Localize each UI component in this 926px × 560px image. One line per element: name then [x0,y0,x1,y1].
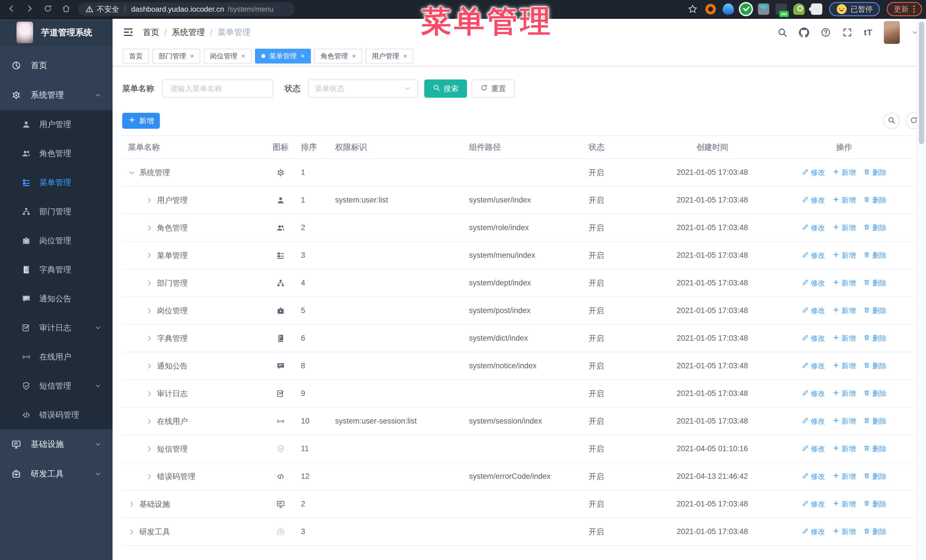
user-avatar[interactable] [884,21,900,44]
delete-link[interactable]: 删除 [863,195,887,205]
edit-link[interactable]: 修改 [802,195,825,205]
tab-部门管理[interactable]: 部门管理× [153,49,200,63]
extension-ext-key-icon[interactable] [793,3,805,15]
sidebar-item-审计日志[interactable]: 审计日志 [0,313,112,343]
delete-link[interactable]: 删除 [863,444,887,453]
menu-name-input[interactable] [162,80,273,98]
delete-link[interactable]: 删除 [863,417,887,426]
forward-icon[interactable] [23,3,36,15]
breadcrumb-item[interactable]: 首页 [143,27,159,38]
add-link[interactable]: 新增 [832,472,856,481]
sidebar-collapse-icon[interactable] [123,27,134,38]
expand-row-icon[interactable] [145,335,153,342]
extension-ext-check-icon[interactable] [740,3,752,15]
sidebar-item-基础设施[interactable]: 基础设施 [0,430,112,459]
home-icon[interactable] [60,3,73,15]
expand-row-icon[interactable] [145,279,153,287]
add-link[interactable]: 新增 [832,499,856,509]
app-logo-row[interactable]: 芋道管理系统 [0,19,112,46]
expand-row-icon[interactable] [128,500,135,508]
sidebar-item-部门管理[interactable]: 部门管理 [0,197,112,226]
close-icon[interactable]: × [301,53,304,60]
sidebar-item-错误码管理[interactable]: 错误码管理 [0,400,112,430]
expand-row-icon[interactable] [145,390,153,397]
expand-row-icon[interactable] [145,252,153,259]
breadcrumb-item[interactable]: 系统管理 [172,27,205,38]
edit-link[interactable]: 修改 [802,334,825,343]
sidebar-item-岗位管理[interactable]: 岗位管理 [0,226,112,255]
add-link[interactable]: 新增 [832,195,856,205]
delete-link[interactable]: 删除 [863,251,887,260]
sidebar-item-通知公告[interactable]: 通知公告 [0,284,112,313]
add-link[interactable]: 新增 [832,417,856,426]
edit-link[interactable]: 修改 [802,361,825,371]
delete-link[interactable]: 删除 [863,389,887,398]
tab-菜单管理[interactable]: 菜单管理× [255,49,311,63]
add-link[interactable]: 新增 [832,223,856,232]
edit-link[interactable]: 修改 [802,417,825,426]
browser-update-button[interactable]: 更新 [887,2,922,16]
expand-row-icon[interactable] [145,307,153,314]
help-icon[interactable] [820,27,831,38]
delete-link[interactable]: 删除 [863,499,887,509]
github-icon[interactable] [799,27,809,38]
profile-paused-badge[interactable]: 已暂停 [829,2,880,16]
expand-row-icon[interactable] [145,473,153,480]
add-link[interactable]: 新增 [832,444,856,453]
sidebar-item-短信管理[interactable]: 短信管理 [0,371,112,400]
edit-link[interactable]: 修改 [802,472,825,481]
delete-link[interactable]: 删除 [863,306,887,315]
extension-ext-drop-icon[interactable] [723,3,734,15]
tab-用户管理[interactable]: 用户管理× [366,49,413,63]
edit-link[interactable]: 修改 [802,223,825,232]
tab-角色管理[interactable]: 角色管理× [314,49,362,63]
address-bar[interactable]: 不安全 dashboard.yudao.iocoder.cn/system/me… [78,2,295,16]
back-icon[interactable] [5,3,18,15]
delete-link[interactable]: 删除 [863,527,887,536]
status-select[interactable]: 菜单状态 [308,80,418,98]
edit-link[interactable]: 修改 [802,527,825,536]
edit-link[interactable]: 修改 [802,251,825,260]
sidebar-item-在线用户[interactable]: 在线用户 [0,343,112,371]
edit-link[interactable]: 修改 [802,444,825,453]
add-link[interactable]: 新增 [832,334,856,343]
scrollbar-thumb[interactable] [919,22,924,144]
edit-link[interactable]: 修改 [802,499,825,509]
expand-row-icon[interactable] [145,224,153,232]
add-link[interactable]: 新增 [832,251,856,260]
add-link[interactable]: 新增 [832,168,856,177]
sidebar-item-首页[interactable]: 首页 [0,51,112,80]
sidebar-item-系统管理[interactable]: 系统管理 [0,80,112,110]
expand-row-icon[interactable] [145,362,153,370]
tab-首页[interactable]: 首页 [123,49,149,63]
delete-link[interactable]: 删除 [863,361,887,371]
add-link[interactable]: 新增 [832,306,856,315]
sidebar-item-菜单管理[interactable]: 菜单管理 [0,168,112,197]
close-icon[interactable]: × [190,53,194,60]
expand-row-icon[interactable] [145,445,153,453]
search-button[interactable]: 搜索 [424,80,467,98]
close-icon[interactable]: × [403,53,407,60]
sidebar-item-角色管理[interactable]: 角色管理 [0,139,112,168]
reset-button[interactable]: 重置 [472,80,515,98]
fullscreen-icon[interactable] [842,27,852,38]
tab-岗位管理[interactable]: 岗位管理× [204,49,251,63]
close-icon[interactable]: × [241,53,245,60]
delete-link[interactable]: 删除 [863,278,887,288]
sidebar-item-研发工具[interactable]: 研发工具 [0,459,112,489]
sidebar-item-用户管理[interactable]: 用户管理 [0,110,112,139]
add-link[interactable]: 新增 [832,278,856,288]
search-icon[interactable] [777,27,788,38]
delete-link[interactable]: 删除 [863,472,887,481]
edit-link[interactable]: 修改 [802,306,825,315]
edit-link[interactable]: 修改 [802,168,825,177]
edit-link[interactable]: 修改 [802,389,825,398]
page-scrollbar[interactable] [917,19,926,560]
browser-menu-icon[interactable] [913,5,915,13]
expand-row-icon[interactable] [145,418,153,425]
delete-link[interactable]: 删除 [863,168,887,177]
extension-ext-grid-icon[interactable] [758,3,769,15]
extension-ext-on-icon[interactable] [776,3,787,15]
add-link[interactable]: 新增 [832,527,856,536]
extension-ext-puzzle-icon[interactable] [811,3,822,15]
